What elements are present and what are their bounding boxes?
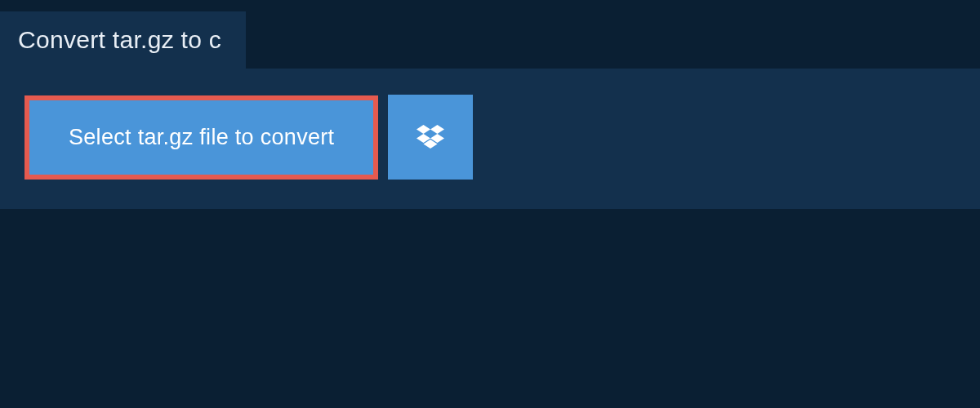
select-file-button[interactable]: Select tar.gz file to convert bbox=[24, 95, 378, 180]
upload-panel: Select tar.gz file to convert bbox=[0, 69, 980, 209]
tab-title: Convert tar.gz to c bbox=[18, 26, 221, 53]
dropbox-icon bbox=[416, 125, 444, 149]
tab-header: Convert tar.gz to c bbox=[0, 11, 246, 69]
select-file-label: Select tar.gz file to convert bbox=[69, 125, 334, 150]
dropbox-button[interactable] bbox=[388, 95, 473, 180]
